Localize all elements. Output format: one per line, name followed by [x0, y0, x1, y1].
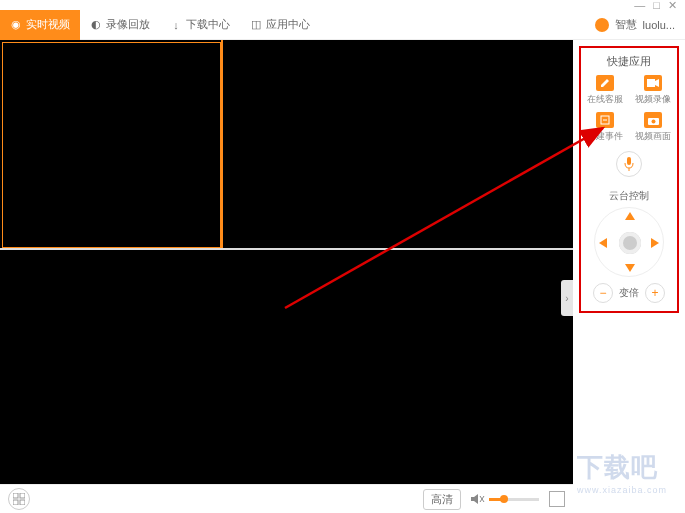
video-cell-3[interactable]	[2, 250, 221, 482]
ptz-title: 云台控制	[609, 189, 649, 203]
mic-button[interactable]	[616, 151, 642, 177]
quick-create-event[interactable]: 创建事件	[583, 112, 627, 143]
ptz-right[interactable]	[651, 238, 659, 248]
ptz-up[interactable]	[625, 212, 635, 220]
svg-rect-9	[20, 500, 25, 505]
camera-icon: ◉	[10, 19, 22, 31]
tab-realtime-video[interactable]: ◉ 实时视频	[0, 10, 80, 40]
ptz-control	[594, 207, 664, 277]
video-cell-1[interactable]	[2, 42, 221, 248]
tab-playback[interactable]: ◐ 录像回放	[80, 10, 160, 40]
quick-video-record[interactable]: 视频录像	[631, 75, 675, 106]
quick-label: 视频录像	[635, 93, 671, 106]
svg-rect-6	[13, 493, 18, 498]
user-name[interactable]: luolu...	[643, 19, 675, 31]
apps-icon: ◫	[250, 19, 262, 31]
quick-video-screen[interactable]: 视频画面	[631, 112, 675, 143]
video-cell-2[interactable]	[223, 42, 571, 248]
quick-online-service[interactable]: 在线客服	[583, 75, 627, 106]
tab-label: 录像回放	[106, 17, 150, 32]
ptz-center[interactable]	[619, 232, 641, 254]
event-icon	[596, 112, 614, 128]
capture-icon	[644, 112, 662, 128]
mic-icon	[624, 157, 634, 171]
grid-divider	[221, 40, 223, 248]
tab-label: 下载中心	[186, 17, 230, 32]
grid-divider	[0, 248, 573, 250]
quick-apps-panel: 快捷应用 在线客服 视频录像 创建事件 视频画面	[579, 46, 679, 313]
playback-icon: ◐	[90, 19, 102, 31]
volume-control[interactable]	[471, 493, 539, 505]
zoom-label: 变倍	[619, 286, 639, 300]
maximize-button[interactable]: □	[653, 0, 660, 11]
svg-point-4	[651, 119, 655, 123]
sidebar-collapse[interactable]: ›	[561, 280, 573, 316]
video-cell-4[interactable]	[223, 250, 571, 482]
video-grid	[0, 40, 573, 484]
ptz-down[interactable]	[625, 264, 635, 272]
record-icon	[644, 75, 662, 91]
svg-rect-0	[647, 79, 655, 87]
tab-download-center[interactable]: ↓ 下载中心	[160, 10, 240, 40]
zoom-in-button[interactable]: +	[645, 283, 665, 303]
main-toolbar: ◉ 实时视频 ◐ 录像回放 ↓ 下载中心 ◫ 应用中心 智慧 luolu...	[0, 10, 685, 40]
svg-rect-7	[20, 493, 25, 498]
fullscreen-button[interactable]	[549, 491, 565, 507]
panel-title: 快捷应用	[607, 54, 651, 69]
zoom-out-button[interactable]: −	[593, 283, 613, 303]
brand-label: 智慧	[615, 17, 637, 32]
quick-label: 创建事件	[587, 130, 623, 143]
ptz-left[interactable]	[599, 238, 607, 248]
download-icon: ↓	[170, 19, 182, 31]
speaker-muted-icon	[471, 493, 485, 505]
quality-selector[interactable]: 高清	[423, 489, 461, 510]
quick-label: 在线客服	[587, 93, 623, 106]
tab-label: 实时视频	[26, 17, 70, 32]
edit-icon	[596, 75, 614, 91]
minimize-button[interactable]: —	[634, 0, 645, 11]
grid-icon	[13, 493, 25, 505]
right-sidebar: 快捷应用 在线客服 视频录像 创建事件 视频画面	[573, 40, 685, 484]
layout-button[interactable]	[8, 488, 30, 510]
close-button[interactable]: ✕	[668, 0, 677, 12]
svg-rect-5	[627, 157, 631, 165]
volume-slider[interactable]	[489, 498, 539, 501]
svg-rect-8	[13, 500, 18, 505]
avatar[interactable]	[595, 18, 609, 32]
tab-app-center[interactable]: ◫ 应用中心	[240, 10, 320, 40]
bottom-bar: 高清	[0, 484, 573, 513]
tab-label: 应用中心	[266, 17, 310, 32]
quick-label: 视频画面	[635, 130, 671, 143]
